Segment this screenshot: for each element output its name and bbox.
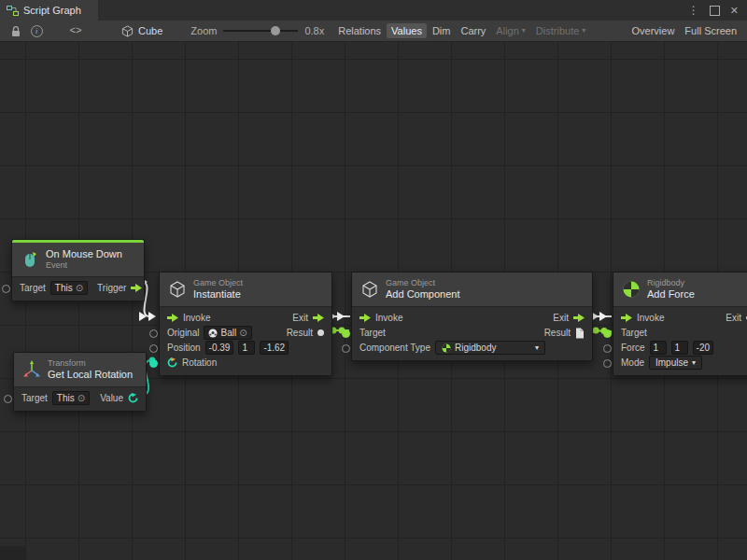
exit-output-port[interactable]	[573, 314, 585, 322]
transform-icon	[22, 360, 41, 379]
zoom-value: 0.8x	[304, 25, 324, 36]
mode-input-port[interactable]	[603, 359, 612, 368]
node-title: Get Local Rotation	[48, 369, 133, 381]
invoke-input-port[interactable]	[167, 314, 178, 322]
node-subtitle: Event	[46, 260, 122, 271]
invoke-label: Invoke	[183, 313, 210, 323]
target-input-port[interactable]	[342, 329, 350, 338]
node-add-component[interactable]: Game Object Add Component Invoke Exit Ta…	[351, 272, 593, 361]
script-graph-icon	[7, 5, 19, 17]
cube-icon	[121, 25, 134, 37]
node-header[interactable]: Game Object Add Component	[352, 273, 592, 307]
menu-kebab-icon[interactable]: ⋮	[688, 5, 699, 16]
node-header[interactable]: On Mouse Down Event	[12, 243, 144, 277]
overview-button[interactable]: Overview	[627, 23, 680, 38]
zoom-slider-handle[interactable]	[271, 26, 280, 35]
component-result-port[interactable]	[575, 328, 585, 339]
target-input-port[interactable]	[2, 285, 10, 293]
row-invoke: Invoke Exit	[613, 311, 747, 326]
mode-dropdown[interactable]: Impulse ▾	[649, 356, 702, 370]
mouse-event-icon	[21, 250, 39, 269]
exit-output-port[interactable]	[313, 314, 324, 322]
result-output-port[interactable]	[317, 329, 324, 336]
force-x-field[interactable]: 1	[650, 341, 667, 355]
node-header[interactable]: Game Object Instantiate	[160, 273, 331, 307]
target-input-port[interactable]	[4, 395, 12, 403]
component-type-input-port[interactable]	[342, 344, 350, 353]
invoke-label: Invoke	[375, 313, 402, 323]
force-z-field[interactable]: -20	[693, 341, 713, 355]
carry-button[interactable]: Carry	[456, 23, 490, 38]
exit-label: Exit	[292, 313, 308, 323]
node-add-force[interactable]: Rigidbody Add Force Invoke Exit Target	[613, 272, 747, 376]
full-screen-button[interactable]: Full Screen	[680, 23, 741, 38]
node-on-mouse-down[interactable]: On Mouse Down Event Target This ⊙ Trigge…	[11, 239, 145, 301]
position-x-field[interactable]: -0.39	[205, 341, 234, 355]
position-z-field[interactable]: -1.62	[260, 341, 289, 355]
code-icon: <>	[69, 25, 81, 36]
target-label: Target	[20, 283, 46, 293]
row-target: Target This ⊙ Value	[14, 391, 146, 406]
invoke-input-port[interactable]	[621, 314, 632, 322]
node-header[interactable]: Rigidbody Add Force	[613, 273, 747, 307]
component-type-label: Component Type	[359, 343, 430, 353]
relations-button[interactable]: Relations	[333, 23, 386, 38]
align-button[interactable]: Align▾	[491, 23, 529, 38]
target-input-port[interactable]	[603, 329, 612, 338]
node-title: Add Force	[647, 288, 695, 301]
tab-script-graph[interactable]: Script Graph	[0, 0, 98, 21]
target-object-field[interactable]: This ⊙	[52, 391, 90, 405]
game-object-icon	[168, 280, 187, 299]
graph-context-breadcrumb[interactable]: Cube	[121, 25, 162, 37]
node-header[interactable]: Transform Get Local Rotation	[14, 353, 146, 387]
object-picker-icon[interactable]: ⊙	[78, 394, 85, 403]
zoom-slider-track	[223, 30, 298, 32]
code-view-button[interactable]: <>	[65, 22, 86, 39]
graph-toolbar: i <> Cube Zoom 0.8x Relations Values Dim…	[0, 21, 747, 42]
distribute-button[interactable]: Distribute▾	[531, 23, 590, 38]
object-picker-icon[interactable]: ⊙	[239, 329, 247, 338]
node-category: Transform	[48, 358, 133, 369]
original-object-field[interactable]: Ball ⊙	[204, 326, 251, 340]
target-label: Target	[621, 328, 647, 338]
zoom-slider[interactable]	[223, 25, 298, 36]
rigidbody-icon	[442, 343, 451, 353]
trigger-output-port[interactable]	[131, 284, 142, 292]
values-button[interactable]: Values	[387, 23, 427, 38]
position-y-field[interactable]: 1	[238, 341, 255, 355]
row-invoke: Invoke Exit	[352, 311, 592, 326]
row-target: Target This ⊙ Trigger	[12, 281, 144, 296]
target-object-field[interactable]: This ⊙	[50, 281, 88, 295]
node-title: Add Component	[386, 288, 460, 301]
node-get-local-rotation[interactable]: Transform Get Local Rotation Target This…	[13, 352, 147, 412]
rotation-input-port[interactable]	[149, 359, 158, 368]
dim-button[interactable]: Dim	[428, 23, 456, 38]
info-button[interactable]: i	[26, 22, 47, 39]
lock-button[interactable]	[6, 22, 26, 39]
object-picker-icon[interactable]: ⊙	[76, 284, 83, 293]
node-instantiate[interactable]: Game Object Instantiate Invoke Exit Orig…	[159, 272, 332, 376]
node-category: Game Object	[386, 278, 460, 288]
rotation-value-output-port[interactable]	[128, 393, 138, 403]
force-y-field[interactable]: 1	[671, 341, 688, 355]
row-rotation: Rotation	[160, 356, 331, 371]
result-label: Result	[287, 328, 313, 338]
chevron-down-icon: ▾	[582, 27, 585, 35]
row-invoke: Invoke Exit	[160, 311, 331, 326]
graph-canvas[interactable]: On Mouse Down Event Target This ⊙ Trigge…	[0, 42, 747, 560]
row-force: Force 1 1 -20	[613, 341, 747, 356]
rotation-icon	[167, 357, 177, 368]
original-label: Original	[167, 328, 199, 338]
invoke-input-port[interactable]	[359, 314, 371, 322]
component-type-dropdown[interactable]: Rigidbody ▾	[435, 341, 545, 355]
row-target: Target	[613, 326, 747, 341]
position-input-port[interactable]	[149, 344, 158, 353]
rotation-label: Rotation	[182, 357, 217, 368]
maximize-icon[interactable]	[710, 6, 720, 16]
node-category: Rigidbody	[647, 278, 695, 288]
node-title: Instantiate	[193, 288, 243, 301]
node-title: On Mouse Down	[46, 248, 122, 260]
original-input-port[interactable]	[149, 329, 158, 338]
close-icon[interactable]: ✕	[730, 6, 739, 16]
force-input-port[interactable]	[603, 344, 612, 353]
